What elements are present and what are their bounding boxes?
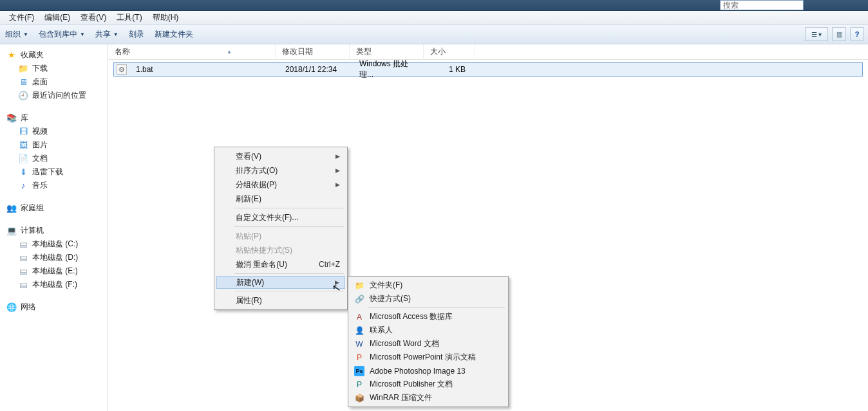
sidebar-computer[interactable]: 💻计算机	[0, 224, 108, 237]
drive-icon: 🖴	[18, 239, 28, 250]
new-folder[interactable]: 📁文件夹(F)	[350, 279, 506, 292]
recent-icon: 🕘	[18, 91, 28, 101]
new-photoshop[interactable]: PsAdobe Photoshop Image 13	[350, 364, 506, 378]
drive-icon: 🖴	[18, 266, 28, 277]
tool-new-folder[interactable]: 新建文件夹	[155, 29, 193, 40]
col-size[interactable]: 大小	[424, 44, 475, 60]
tool-burn[interactable]: 刻录	[129, 29, 144, 40]
menu-bar: 文件(F) 编辑(E) 查看(V) 工具(T) 帮助(H)	[0, 11, 868, 25]
document-icon: 📄	[18, 154, 28, 164]
menu-tools[interactable]: 工具(T)	[111, 11, 147, 25]
ctx-undo[interactable]: 撤消 重命名(U)Ctrl+Z	[216, 257, 345, 271]
ctx-sort[interactable]: 排序方式(O)▶	[216, 163, 345, 178]
sidebar-network[interactable]: 🌐网络	[0, 300, 108, 314]
sidebar-item-videos[interactable]: 🎞视频	[0, 125, 108, 138]
folder-icon: 📁	[354, 280, 364, 291]
preview-pane-button[interactable]: ▥	[832, 27, 846, 41]
separator	[368, 307, 505, 308]
network-icon: 🌐	[6, 302, 17, 313]
col-type[interactable]: 类型	[350, 44, 424, 60]
tool-share[interactable]: 共享▼	[95, 29, 118, 40]
sidebar-item-thunder[interactable]: ⬇迅雷下载	[0, 165, 108, 179]
toolbar: 组织▼ 包含到库中▼ 共享▼ 刻录 新建文件夹 ☰ ▾ ▥ ?	[0, 25, 868, 44]
sidebar: ★收藏夹 📁下载 🖥桌面 🕘最近访问的位置 📚库 🎞视频 🖼图片 📄文档 ⬇迅雷…	[0, 44, 108, 411]
ctx-paste: 粘贴(P)	[216, 229, 345, 243]
file-size: 1 KB	[427, 65, 472, 74]
menu-file[interactable]: 文件(F)	[4, 11, 39, 25]
star-icon: ★	[6, 50, 17, 60]
separator	[234, 273, 344, 274]
sidebar-libraries[interactable]: 📚库	[0, 111, 108, 125]
column-header: 名称▲ 修改日期 类型 大小	[108, 44, 868, 60]
submenu-arrow-icon: ▶	[335, 181, 340, 188]
menu-view[interactable]: 查看(V)	[75, 11, 111, 25]
menu-help[interactable]: 帮助(H)	[147, 11, 184, 25]
word-icon: W	[354, 339, 364, 349]
separator	[234, 291, 344, 291]
help-button[interactable]: ?	[850, 27, 864, 41]
publisher-icon: P	[354, 379, 364, 390]
ctx-paste-shortcut: 粘贴快捷方式(S)	[216, 243, 345, 257]
new-ppt[interactable]: PMicrosoft PowerPoint 演示文稿	[350, 351, 506, 364]
sidebar-homegroup[interactable]: 👥家庭组	[0, 201, 108, 215]
powerpoint-icon: P	[354, 352, 364, 363]
context-menu: 查看(V)▶ 排序方式(O)▶ 分组依据(P)▶ 刷新(E) 自定义文件夹(F)…	[214, 147, 348, 310]
sidebar-item-documents[interactable]: 📄文档	[0, 152, 108, 165]
new-publisher[interactable]: PMicrosoft Publisher 文档	[350, 378, 506, 391]
chevron-down-icon: ▼	[23, 32, 28, 37]
title-bar: 搜索	[0, 0, 868, 11]
new-submenu: 📁文件夹(F) 🔗快捷方式(S) AMicrosoft Access 数据库 👤…	[348, 276, 509, 407]
file-type: Windows 批处理...	[353, 59, 427, 80]
library-icon: 📚	[6, 113, 17, 123]
ctx-group[interactable]: 分组依据(P)▶	[216, 178, 345, 192]
sidebar-item-recent[interactable]: 🕘最近访问的位置	[0, 89, 108, 102]
ctx-refresh[interactable]: 刷新(E)	[216, 192, 345, 206]
submenu-arrow-icon: ▶	[335, 167, 340, 174]
sidebar-item-desktop[interactable]: 🖥桌面	[0, 75, 108, 89]
ctx-properties[interactable]: 属性(R)	[216, 293, 345, 307]
menu-edit[interactable]: 编辑(E)	[39, 11, 75, 25]
computer-icon: 💻	[6, 226, 17, 236]
file-date: 2018/1/1 22:34	[279, 65, 353, 74]
sidebar-item-music[interactable]: ♪音乐	[0, 179, 108, 192]
desktop-icon: 🖥	[18, 77, 28, 87]
sidebar-item-drive-e[interactable]: 🖴本地磁盘 (E:)	[0, 264, 108, 278]
folder-icon: 📁	[18, 64, 28, 74]
separator	[234, 226, 344, 227]
col-name[interactable]: 名称▲	[108, 44, 276, 60]
table-row[interactable]: ⚙ 1.bat 2018/1/1 22:34 Windows 批处理... 1 …	[113, 62, 863, 77]
sort-asc-icon: ▲	[227, 49, 232, 55]
tool-include[interactable]: 包含到库中▼	[39, 29, 85, 40]
submenu-arrow-icon: ▶	[335, 279, 339, 286]
search-input[interactable]: 搜索	[720, 0, 804, 10]
tool-organize[interactable]: 组织▼	[5, 29, 28, 40]
new-shortcut[interactable]: 🔗快捷方式(S)	[350, 292, 506, 306]
photoshop-icon: Ps	[354, 366, 364, 376]
sidebar-favorites[interactable]: ★收藏夹	[0, 48, 108, 62]
chevron-down-icon: ▼	[113, 32, 118, 37]
ctx-customize[interactable]: 自定义文件夹(F)...	[216, 210, 345, 224]
new-access[interactable]: AMicrosoft Access 数据库	[350, 310, 506, 324]
music-icon: ♪	[18, 181, 28, 191]
chevron-down-icon: ▼	[80, 32, 85, 37]
picture-icon: 🖼	[18, 140, 28, 151]
new-contact[interactable]: 👤联系人	[350, 324, 506, 337]
sidebar-item-drive-f[interactable]: 🖴本地磁盘 (F:)	[0, 278, 108, 291]
col-date[interactable]: 修改日期	[276, 44, 350, 60]
drive-icon: 🖴	[18, 253, 28, 263]
sidebar-item-downloads[interactable]: 📁下载	[0, 62, 108, 75]
ctx-new[interactable]: 新建(W)▶	[216, 276, 345, 289]
shortcut-icon: 🔗	[354, 294, 364, 304]
file-name: 1.bat	[129, 65, 279, 74]
new-word[interactable]: WMicrosoft Word 文档	[350, 337, 506, 351]
access-icon: A	[354, 312, 364, 322]
sidebar-item-drive-d[interactable]: 🖴本地磁盘 (D:)	[0, 251, 108, 264]
view-mode-button[interactable]: ☰ ▾	[805, 27, 828, 41]
ctx-view[interactable]: 查看(V)▶	[216, 149, 345, 163]
thunder-icon: ⬇	[18, 167, 28, 178]
winrar-icon: 📦	[354, 393, 364, 403]
new-winrar[interactable]: 📦WinRAR 压缩文件	[350, 391, 506, 405]
shortcut-label: Ctrl+Z	[319, 260, 340, 269]
sidebar-item-pictures[interactable]: 🖼图片	[0, 138, 108, 152]
sidebar-item-drive-c[interactable]: 🖴本地磁盘 (C:)	[0, 237, 108, 251]
